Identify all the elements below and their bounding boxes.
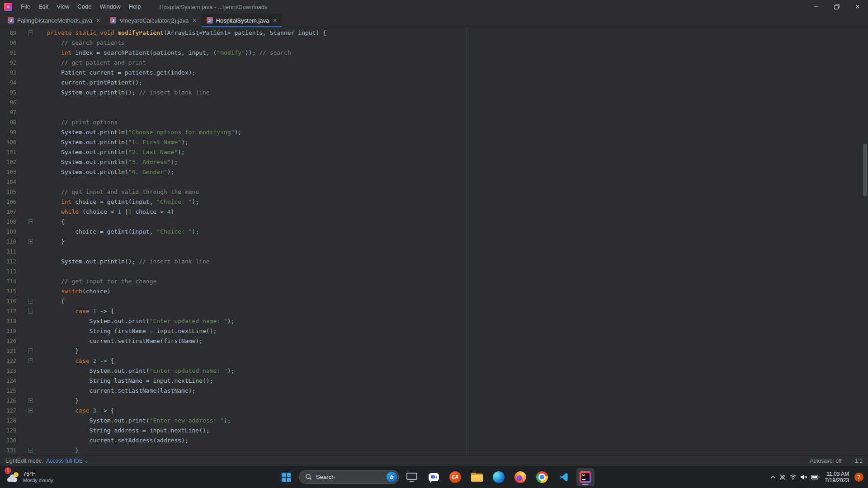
taskbar: 1 75°F Mostly cloudy Search b bbox=[0, 466, 868, 488]
code-line[interactable]: 89− private static void modifyPatient(Ar… bbox=[0, 28, 868, 38]
code-text: private static void modifyPatient(ArrayL… bbox=[40, 28, 326, 38]
code-line[interactable]: 98 // print options bbox=[0, 117, 868, 127]
code-line[interactable]: 117− case 1 -> { bbox=[0, 306, 868, 316]
code-line[interactable]: 123 System.out.print("Enter updated name… bbox=[0, 366, 868, 376]
code-line[interactable]: 113 bbox=[0, 267, 868, 277]
code-line[interactable]: 102 System.out.println("3. Address"); bbox=[0, 157, 868, 167]
fold-column bbox=[16, 108, 40, 117]
code-text: case 1 -> { bbox=[40, 306, 114, 316]
code-line[interactable]: 107 while (choice < 1 || choice > 4) bbox=[0, 207, 868, 217]
caret-position[interactable]: 1:1 bbox=[855, 458, 863, 464]
chat-app-icon[interactable] bbox=[425, 468, 443, 486]
scrollbar-thumb[interactable] bbox=[863, 144, 867, 196]
access-full-ide-link[interactable]: Access full IDE ⌄ bbox=[46, 458, 89, 464]
vscode-app-icon[interactable] bbox=[555, 468, 573, 486]
code-line[interactable]: 119 String firstName = input.nextLine(); bbox=[0, 326, 868, 336]
editor[interactable]: 89− private static void modifyPatient(Ar… bbox=[0, 27, 868, 455]
monitor-app-icon[interactable] bbox=[403, 468, 421, 486]
code-line[interactable]: 99 System.out.println("Choose options fo… bbox=[0, 127, 868, 137]
chrome-app-icon[interactable] bbox=[533, 468, 551, 486]
clock[interactable]: 11:03 AM 7/19/2023 bbox=[825, 471, 849, 483]
screen: IJ File Edit View Code Window Help Hospi… bbox=[0, 0, 868, 488]
search-box[interactable]: Search b bbox=[299, 470, 399, 484]
close-tab-icon[interactable]: × bbox=[96, 17, 100, 24]
notification-badge[interactable]: 7 bbox=[854, 473, 863, 482]
volume-muted-icon[interactable] bbox=[800, 474, 807, 480]
code-line[interactable]: 91 int index = searchPatient(patients, i… bbox=[0, 48, 868, 58]
menu-help[interactable]: Help bbox=[125, 0, 145, 14]
fold-icon[interactable]: − bbox=[28, 358, 33, 363]
line-number: 114 bbox=[0, 277, 16, 286]
code-line[interactable]: 125 current.setLastName(lastName); bbox=[0, 386, 868, 396]
code-line[interactable]: 122− case 2 -> { bbox=[0, 356, 868, 366]
code-line[interactable]: 127− case 3 -> { bbox=[0, 406, 868, 416]
code-line[interactable]: 100 System.out.println("1. First Name"); bbox=[0, 137, 868, 147]
menu-file[interactable]: File bbox=[17, 0, 34, 14]
file-explorer-icon[interactable] bbox=[468, 468, 486, 486]
firefox-app-icon[interactable] bbox=[511, 468, 529, 486]
fold-icon[interactable]: − bbox=[28, 348, 33, 353]
code-line[interactable]: 108− { bbox=[0, 217, 868, 227]
code-line[interactable]: 130 current.setAddress(address); bbox=[0, 436, 868, 446]
tab-hospitalsystem-active[interactable]: J HospitalSystem.java × bbox=[202, 14, 282, 27]
fold-icon[interactable]: − bbox=[28, 309, 33, 314]
code-line[interactable]: 115 switch(choice) bbox=[0, 286, 868, 296]
code-line[interactable]: 126− } bbox=[0, 396, 868, 406]
code-line[interactable]: 128 System.out.print("Enter new address:… bbox=[0, 416, 868, 426]
code-line[interactable]: 109 choice = getInt(input, "Choice: "); bbox=[0, 227, 868, 237]
tab-vineyardcalculator[interactable]: J VineyardCalculator(2).java × bbox=[105, 14, 201, 27]
code-line[interactable]: 129 String address = input.nextLine(); bbox=[0, 426, 868, 436]
tab-fallingdistancemethods[interactable]: J FallingDistanceMethods.java × bbox=[3, 14, 105, 27]
battery-icon[interactable] bbox=[811, 475, 820, 479]
code-line[interactable]: 111 bbox=[0, 247, 868, 257]
line-number: 106 bbox=[0, 197, 16, 207]
code-line[interactable]: 95 System.out.println(); // insert blank… bbox=[0, 88, 868, 98]
edge-app-icon[interactable] bbox=[490, 468, 508, 486]
chrome-icon bbox=[536, 471, 548, 483]
code-line[interactable]: 112 System.out.println(); // insert blan… bbox=[0, 257, 868, 267]
restore-button[interactable] bbox=[826, 0, 847, 14]
code-line[interactable]: 90 // search patients bbox=[0, 38, 868, 48]
fold-icon[interactable]: − bbox=[28, 239, 33, 244]
code-line[interactable]: 114 // get input for the change bbox=[0, 277, 868, 286]
fold-icon[interactable]: − bbox=[28, 448, 33, 453]
ea-app-icon[interactable]: EA bbox=[446, 468, 464, 486]
code-line[interactable]: 105 // get input and valid through the m… bbox=[0, 187, 868, 197]
code-line[interactable]: 120 current.setFirstName(firstName); bbox=[0, 336, 868, 346]
code-line[interactable]: 96 bbox=[0, 98, 868, 108]
chevron-up-icon[interactable] bbox=[770, 475, 776, 479]
close-button[interactable]: × bbox=[847, 0, 868, 14]
weather-widget[interactable]: 1 75°F Mostly cloudy bbox=[7, 466, 53, 488]
code-line[interactable]: 116− { bbox=[0, 296, 868, 306]
menu-code[interactable]: Code bbox=[73, 0, 95, 14]
code-line[interactable]: 97 bbox=[0, 108, 868, 117]
code-line[interactable]: 110− } bbox=[0, 237, 868, 247]
pen-disabled-icon[interactable] bbox=[779, 474, 786, 480]
code-line[interactable]: 104 bbox=[0, 177, 868, 187]
menu-window[interactable]: Window bbox=[95, 0, 124, 14]
code-line[interactable]: 106 int choice = getInt(input, "Choice: … bbox=[0, 197, 868, 207]
code-line[interactable]: 121− } bbox=[0, 346, 868, 356]
code-line[interactable]: 131− } bbox=[0, 446, 868, 455]
code-line[interactable]: 92 // get patient and print bbox=[0, 58, 868, 68]
minimize-button[interactable] bbox=[806, 0, 826, 14]
fold-icon[interactable]: − bbox=[28, 299, 33, 304]
start-button[interactable] bbox=[277, 468, 295, 486]
wifi-icon[interactable] bbox=[789, 474, 797, 480]
code-line[interactable]: 118 System.out.print("Enter updated name… bbox=[0, 316, 868, 326]
code-line[interactable]: 124 String lastName = input.nextLine(); bbox=[0, 376, 868, 386]
code-line[interactable]: 94 current.printPatient(); bbox=[0, 78, 868, 88]
fold-icon[interactable]: − bbox=[28, 398, 33, 403]
code-line[interactable]: 103 System.out.println("4. Gender"); bbox=[0, 167, 868, 177]
menu-view[interactable]: View bbox=[52, 0, 73, 14]
intellij-app-icon[interactable]: IJ bbox=[576, 468, 594, 486]
fold-icon[interactable]: − bbox=[28, 408, 33, 413]
fold-icon[interactable]: − bbox=[28, 30, 33, 35]
code-line[interactable]: 93 Patient current = patients.get(index)… bbox=[0, 68, 868, 78]
code-line[interactable]: 101 System.out.println("2. Last Name"); bbox=[0, 147, 868, 157]
bing-icon[interactable]: b bbox=[387, 472, 397, 482]
close-tab-icon[interactable]: × bbox=[273, 17, 277, 24]
close-tab-icon[interactable]: × bbox=[193, 17, 196, 24]
fold-icon[interactable]: − bbox=[28, 219, 33, 224]
menu-edit[interactable]: Edit bbox=[34, 0, 52, 14]
